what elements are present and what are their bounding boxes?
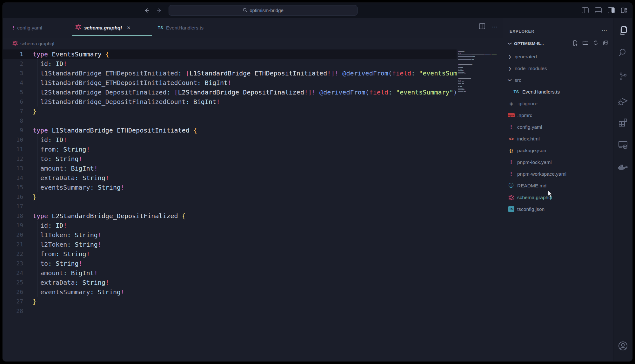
tree-item-package-json[interactable]: {}package.json — [503, 145, 613, 156]
extensions-icon[interactable] — [616, 115, 630, 129]
html-icon: <> — [508, 136, 515, 141]
code-line-5[interactable]: 5 l2StandardBridge_DepositFinalized: [L2… — [3, 88, 503, 97]
code-line-20[interactable]: 20 l1Token: String! — [3, 230, 503, 240]
line-number: 24 — [3, 268, 33, 278]
line-text: amount: BigInt! — [33, 164, 503, 173]
search-icon — [243, 8, 247, 13]
tree-item-pnpm-workspace-yaml[interactable]: !pnpm-workspace.yaml — [503, 168, 613, 180]
line-number: 28 — [3, 306, 33, 316]
code-line-14[interactable]: 14 extraData: String! — [3, 173, 503, 183]
line-number: 14 — [3, 173, 33, 183]
indent-guide — [37, 78, 37, 88]
indent-guide — [37, 183, 37, 192]
code-line-28[interactable]: 28 — [3, 306, 503, 316]
explorer-more-icon[interactable]: ⋯ — [602, 27, 607, 34]
line-text — [33, 116, 503, 126]
line-text: to: String! — [33, 259, 503, 268]
graphql-icon — [12, 41, 18, 47]
collapse-all-icon[interactable] — [603, 40, 609, 47]
command-center-search[interactable]: optimism-bridge — [169, 5, 358, 16]
remote-icon[interactable] — [616, 138, 630, 152]
tree-item-pnpm-lock-yaml[interactable]: !pnpm-lock.yaml — [503, 156, 613, 168]
forward-arrow-icon[interactable] — [155, 6, 164, 15]
code-line-10[interactable]: 10 id: ID! — [3, 135, 503, 145]
code-line-23[interactable]: 23 to: String! — [3, 259, 503, 268]
refresh-icon[interactable] — [593, 40, 598, 47]
code-line-11[interactable]: 11 from: String! — [3, 145, 503, 154]
tree-item-node-modules[interactable]: ❯node_modules — [503, 62, 613, 74]
tree-item-index-html[interactable]: <>index.html — [503, 133, 613, 145]
tab-schema-graphql[interactable]: schema.graphql ✕ — [71, 18, 153, 38]
layout-customize-icon[interactable] — [620, 7, 628, 14]
code-line-8[interactable]: 8 — [3, 116, 503, 126]
back-arrow-icon[interactable] — [143, 6, 151, 15]
layout-panel-icon[interactable] — [594, 7, 602, 14]
layout-sidebar-right-icon[interactable] — [607, 7, 615, 14]
tree-item-eventhandlers-ts[interactable]: TSEventHandlers.ts — [503, 86, 613, 98]
code-editor[interactable]: 1type EventsSummary {2 id: ID!3 l1Standa… — [3, 49, 503, 361]
tree-item-tsconfig-json[interactable]: TStsconfig.json — [503, 203, 613, 215]
code-line-13[interactable]: 13 amount: BigInt! — [3, 164, 503, 173]
code-line-2[interactable]: 2 id: ID! — [3, 59, 503, 68]
indent-guide — [37, 249, 37, 259]
indent-guide — [37, 88, 37, 97]
code-line-18[interactable]: 18type L2StandardBridge_DepositFinalized… — [3, 211, 503, 221]
account-icon[interactable] — [616, 339, 630, 353]
close-icon[interactable]: ✕ — [127, 25, 131, 31]
new-folder-icon[interactable] — [582, 40, 589, 47]
code-line-3[interactable]: 3 l1StandardBridge_ETHDepositInitiated: … — [3, 68, 503, 78]
code-line-16[interactable]: 16} — [3, 192, 503, 202]
source-control-icon[interactable] — [616, 69, 630, 83]
tree-item--gitignore[interactable]: ◈.gitignore — [503, 98, 613, 109]
breadcrumb[interactable]: schema.graphql — [3, 38, 503, 49]
json-icon: {} — [508, 148, 515, 153]
line-number: 9 — [3, 126, 33, 135]
docker-icon[interactable] — [616, 161, 630, 175]
debug-icon[interactable] — [616, 94, 630, 108]
code-line-6[interactable]: 6 l2StandardBridge_DepositFinalizedCount… — [3, 97, 503, 107]
line-text — [33, 306, 503, 316]
tree-item-readme-md[interactable]: ⓘREADME.md — [503, 180, 613, 192]
line-text: amount: BigInt! — [33, 268, 503, 278]
line-number: 23 — [3, 259, 33, 268]
split-editor-icon[interactable] — [479, 23, 485, 31]
minimap[interactable] — [457, 49, 503, 154]
tree-item-config-yaml[interactable]: !config.yaml — [503, 121, 613, 133]
code-line-24[interactable]: 24 amount: BigInt! — [3, 268, 503, 278]
line-number: 19 — [3, 221, 33, 230]
tree-item-src[interactable]: ❯src — [503, 74, 613, 86]
code-line-9[interactable]: 9type L1StandardBridge_ETHDepositInitiat… — [3, 126, 503, 135]
workspace-section[interactable]: ❯ OPTIMISM-B... — [503, 36, 613, 51]
layout-sidebar-left-icon[interactable] — [581, 7, 589, 14]
tab-eventhandlers-ts[interactable]: TS EventHandlers.ts — [153, 18, 223, 38]
line-text: } — [33, 192, 503, 202]
code-line-22[interactable]: 22 from: String! — [3, 249, 503, 259]
mouse-cursor — [547, 190, 554, 198]
line-number: 7 — [3, 107, 33, 116]
tree-item-generated[interactable]: ❯generated — [503, 51, 613, 62]
line-text: type L1StandardBridge_ETHDepositInitiate… — [33, 126, 503, 135]
indent-guide — [37, 240, 37, 249]
indent-guide — [37, 278, 37, 287]
tab-config-yaml[interactable]: ! config.yaml — [8, 18, 71, 38]
code-line-1[interactable]: 1type EventsSummary { — [3, 49, 503, 59]
more-actions-icon[interactable]: ⋯ — [492, 23, 498, 30]
code-line-26[interactable]: 26 eventsSummary: String! — [3, 287, 503, 297]
code-line-12[interactable]: 12 to: String! — [3, 154, 503, 164]
files-icon[interactable] — [616, 23, 630, 37]
code-line-4[interactable]: 4 l1StandardBridge_ETHDepositInitiatedCo… — [3, 78, 503, 88]
chevron-down-icon: ❯ — [508, 42, 512, 46]
code-line-17[interactable]: 17 — [3, 202, 503, 211]
code-line-21[interactable]: 21 l2Token: String! — [3, 240, 503, 249]
code-line-7[interactable]: 7} — [3, 107, 503, 116]
code-line-25[interactable]: 25 extraData: String! — [3, 278, 503, 287]
search-icon[interactable] — [616, 46, 630, 60]
line-text: id: ID! — [33, 221, 503, 230]
code-line-27[interactable]: 27} — [3, 297, 503, 306]
code-line-19[interactable]: 19 id: ID! — [3, 221, 503, 230]
code-line-15[interactable]: 15 eventsSummary: String! — [3, 183, 503, 192]
tree-item-schema-graphql[interactable]: schema.graphql — [503, 192, 613, 203]
tree-item--npmrc[interactable]: npm.npmrc — [503, 109, 613, 121]
line-text: } — [33, 107, 503, 116]
new-file-icon[interactable] — [572, 40, 578, 47]
